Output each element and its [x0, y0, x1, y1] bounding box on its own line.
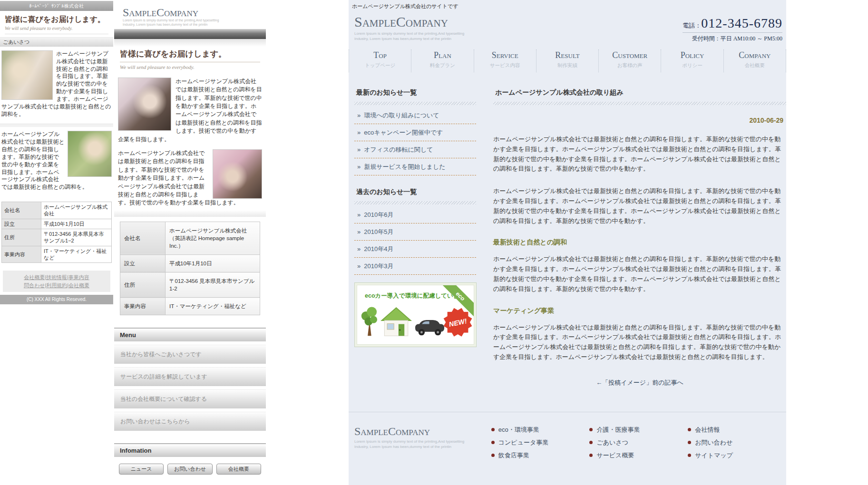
eco-banner[interactable]: eco ecoカー導入で環境に配慮しています。	[354, 282, 477, 347]
menu-item-contact[interactable]: お問い合わせはこちらから	[114, 412, 266, 431]
footer-link-label: お問い合わせ	[695, 439, 732, 446]
company-logo[interactable]: SampleCompany	[354, 15, 464, 29]
mobile-greeting-block-1: ホームページサンプル株式会社では最新技術と自然との調和を目指します。革新的な技術…	[0, 47, 113, 122]
tagline-line2: Industry, Lorem Ipsum has been,dummy tex…	[354, 445, 451, 449]
photo-woman-thinking	[118, 78, 171, 131]
previous-article-link[interactable]: ←「投稿イメージ」前の記事へ	[493, 378, 786, 387]
footer-link[interactable]: コンピュータ事業	[491, 438, 590, 447]
phone-line: 電話：012-345-6789	[683, 16, 782, 33]
nav-item-policy[interactable]: Policy ポリシー	[661, 49, 723, 72]
footer-link[interactable]: サイトマップ	[688, 451, 786, 460]
nav-label-jp: ポリシー	[661, 62, 723, 69]
table-row: 会社名 ホームページサンプル株式会社	[2, 202, 112, 219]
nav-label-jp: 料金プラン	[411, 62, 473, 69]
mobile-section-greeting: ごあいさつ	[0, 37, 113, 47]
gradient-fade	[114, 39, 266, 47]
mobile-panel: ﾎｰﾑﾍﾟｰｼﾞ ｻﾝﾌﾟﾙ株式会社 皆様に喜びをお届けします。 We will…	[0, 0, 113, 485]
company-logo[interactable]: SampleCompany	[123, 7, 266, 18]
article-paragraph: ホームページサンプル株式会社では最新技術と自然との調和を目指します。革新的な技術…	[493, 135, 786, 174]
photo-woman-hands	[1, 50, 53, 100]
news-item[interactable]: »ecoキャンペーン開催中です	[354, 124, 476, 141]
bullet-icon	[491, 428, 495, 431]
nav-label-en: Service	[474, 50, 536, 60]
archive-title: 過去のお知らせ一覧	[356, 188, 476, 196]
footer-link-label: サイトマップ	[695, 452, 733, 459]
menu-heading: Menu	[114, 328, 266, 341]
eco-banner-inner: eco ecoカー導入で環境に配慮しています。	[357, 285, 474, 345]
row-label: 事業内容	[2, 246, 41, 263]
global-nav: Top トップページ Plan 料金プラン Service サービス内容 Res…	[349, 49, 786, 72]
table-row: 設立 平成10年1月10日	[2, 219, 112, 229]
arrow-icon: »	[357, 228, 361, 235]
mobile-footer-links: 会社概要|技術情報|事業内容 問合わせ|利用規約|会社概要	[3, 271, 110, 292]
company-button[interactable]: 会社概要	[216, 464, 261, 475]
desktop-logo-block: SampleCompany Lorem Ipsum is simply dumm…	[354, 15, 464, 41]
footer-link-label: 飲食店事業	[498, 452, 529, 459]
bullet-icon	[589, 454, 593, 457]
nav-label-en: Result	[536, 50, 598, 60]
arrow-icon: »	[357, 245, 361, 252]
hatched-bar	[493, 102, 786, 105]
table-row: 会社名 ホームページサンプル株式会社 （英語表記 Homepage sample…	[120, 222, 260, 254]
nav-item-company[interactable]: Company 会社概要	[723, 49, 786, 72]
footer-link[interactable]: サービス概要	[589, 451, 688, 460]
footer-link[interactable]: eco・環境事業	[491, 426, 590, 434]
footer-link-column-1: eco・環境事業 コンピュータ事業 飲食店事業	[491, 426, 590, 464]
news-item-label: 新規サービスを開始しました	[364, 163, 445, 170]
footer-links-line2[interactable]: 問合わせ|利用規約|会社概要	[24, 282, 89, 288]
tablet-catchcopy: 皆様に喜びをお届けします。	[120, 48, 260, 62]
header-gradient-bar	[114, 29, 266, 39]
tablet-panel: SampleCompany Lorem Ipsum is simply dumm…	[114, 0, 266, 485]
article-title: ホームページサンプル株式会社の取り組み	[495, 88, 786, 97]
archive-item[interactable]: »2010年3月	[354, 258, 476, 275]
arrow-icon: »	[357, 163, 361, 170]
company-logo[interactable]: SampleCompany	[354, 426, 491, 437]
footer-link[interactable]: 会社情報	[688, 426, 786, 434]
archive-item[interactable]: »2010年6月	[354, 206, 476, 223]
nav-label-en: Company	[724, 50, 786, 60]
latest-news-list: »環境への取り組みについて »ecoキャンペーン開催中です »オフィスの移転に関…	[354, 107, 476, 175]
menu-item-greeting[interactable]: 当社から皆様へごあいさつです	[114, 345, 266, 364]
bullet-icon	[688, 454, 691, 457]
phone-number: 012-345-6789	[701, 16, 782, 30]
nav-item-plan[interactable]: Plan 料金プラン	[411, 49, 473, 72]
footer-link[interactable]: お問い合わせ	[688, 438, 786, 447]
row-value: 〒012-3456 見本県見本市サンプル1−2	[41, 229, 112, 246]
screenshot-stage: ﾎｰﾑﾍﾟｰｼﾞ ｻﾝﾌﾟﾙ株式会社 皆様に喜びをお届けします。 We will…	[0, 0, 868, 485]
nav-item-result[interactable]: Result 制作実績	[536, 49, 598, 72]
row-value: ホームページサンプル株式会社	[41, 202, 112, 219]
divider	[0, 124, 113, 127]
footer-link[interactable]: 介護・医療事業	[589, 426, 688, 434]
section-heading-marketing: マーケティング事業	[493, 307, 786, 315]
menu-item-company[interactable]: 当社の会社概要について確認する	[114, 389, 266, 408]
nav-item-top[interactable]: Top トップページ	[349, 49, 411, 72]
tablet-logo-area: SampleCompany Lorem Ipsum is simply dumm…	[114, 0, 266, 29]
hatched-bar	[354, 102, 476, 105]
table-row: 住所 〒012-3456 見本県見本市サンプル1−2	[2, 229, 112, 246]
table-row: 設立 平成10年1月10日	[120, 255, 260, 272]
tagline-line1: Lorem Ipsum is simply dummy text of the …	[354, 439, 464, 444]
archive-item[interactable]: »2010年5月	[354, 223, 476, 241]
news-sidebar: 最新のお知らせ一覧 »環境への取り組みについて »ecoキャンペーン開催中です …	[354, 88, 476, 387]
footer-links-line1[interactable]: 会社概要|技術情報|事業内容	[24, 274, 89, 280]
footer-link-column-3: 会社情報 お問い合わせ サイトマップ	[688, 426, 786, 464]
footer-link-label: 会社情報	[695, 426, 720, 433]
news-item[interactable]: »環境への取り組みについて	[354, 107, 476, 124]
phone-block: 電話：012-345-6789 受付時間：平日 AM10:00 ～ PM5:00	[683, 16, 782, 43]
nav-item-service[interactable]: Service サービス内容	[474, 49, 536, 72]
news-item[interactable]: »新規サービスを開始しました	[354, 158, 476, 175]
contact-button[interactable]: お問い合わせ	[167, 464, 212, 475]
bullet-icon	[688, 428, 691, 431]
archive-item[interactable]: »2010年4月	[354, 241, 476, 258]
row-label: 設立	[2, 219, 41, 229]
menu-item-service[interactable]: サービスの詳細を解説しています	[114, 367, 266, 386]
row-value: 〒012-3456 見本県見本市サンプル1-2	[166, 272, 260, 298]
row-label: 会社名	[2, 202, 41, 219]
mobile-catchcopy: 皆様に喜びをお届けします。	[5, 15, 108, 25]
footer-link[interactable]: ごあいさつ	[589, 438, 688, 447]
nav-item-customer[interactable]: Customer お客様の声	[598, 49, 661, 72]
news-button[interactable]: ニュース	[119, 464, 164, 475]
news-item[interactable]: »オフィスの移転に関して	[354, 141, 476, 158]
footer-link[interactable]: 飲食店事業	[491, 451, 590, 460]
footer-link-label: eco・環境事業	[498, 426, 539, 433]
